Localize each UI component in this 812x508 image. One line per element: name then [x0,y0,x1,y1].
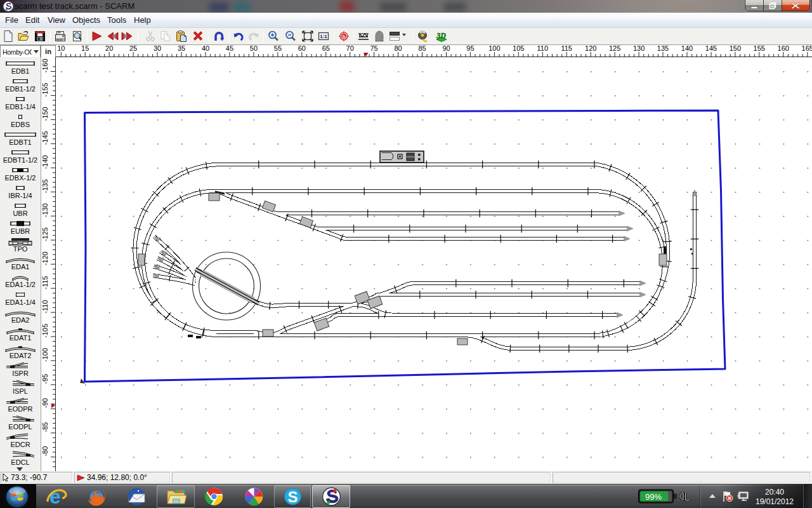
svg-text:145: 145 [705,45,717,52]
svg-text:155: 155 [754,45,765,52]
svg-text:-150: -150 [41,107,49,121]
svg-text:120: 120 [585,45,596,52]
svg-text:25: 25 [129,45,137,52]
svg-text:40: 40 [202,45,209,52]
svg-text:70: 70 [346,45,354,52]
svg-text:-85: -85 [41,422,49,432]
svg-text:130: 130 [633,45,645,52]
svg-text:-145: -145 [41,131,49,145]
svg-text:110: 110 [537,45,549,52]
svg-text:160: 160 [778,45,789,52]
svg-text:115: 115 [561,45,572,52]
svg-text:-110: -110 [41,300,49,313]
svg-text:80: 80 [394,45,402,52]
svg-text:-135: -135 [41,179,49,193]
svg-text:150: 150 [730,45,741,52]
svg-text:-155: -155 [41,83,49,97]
svg-text:99%: 99% [645,492,662,502]
svg-text:S: S [287,488,298,505]
svg-text:55: 55 [274,45,282,52]
svg-text:-115: -115 [41,276,49,289]
svg-text:85: 85 [418,45,426,52]
svg-text:-140: -140 [41,155,49,169]
svg-text:10: 10 [57,45,65,52]
svg-text:30: 30 [154,45,161,52]
svg-text:-105: -105 [41,324,49,338]
svg-text:b: b [343,34,346,39]
svg-text:75: 75 [370,45,377,52]
svg-text:15: 15 [81,45,89,52]
svg-text:35: 35 [178,45,185,52]
svg-text:135: 135 [657,45,669,52]
svg-text:-90: -90 [41,398,49,408]
svg-text:-95: -95 [41,374,49,384]
svg-text:-160: -160 [41,58,49,72]
svg-text:90: 90 [442,45,450,52]
svg-text:45: 45 [226,45,233,52]
svg-text:-80: -80 [41,446,49,457]
svg-text:95: 95 [466,45,474,52]
svg-text:65: 65 [322,45,330,52]
svg-text:-100: -100 [41,348,49,362]
svg-text:105: 105 [513,45,524,52]
svg-text:140: 140 [681,45,693,52]
svg-text:-130: -130 [41,203,49,217]
svg-text:20: 20 [105,45,113,52]
svg-text:-125: -125 [41,227,49,241]
svg-text:165: 165 [802,45,812,52]
svg-text:1:1: 1:1 [320,34,327,39]
svg-text:3D: 3D [436,31,446,40]
svg-text:50: 50 [250,45,258,52]
svg-text:60: 60 [298,45,306,52]
svg-text:125: 125 [609,45,620,52]
svg-text:-120: -120 [41,251,49,265]
svg-text:100: 100 [488,45,500,52]
